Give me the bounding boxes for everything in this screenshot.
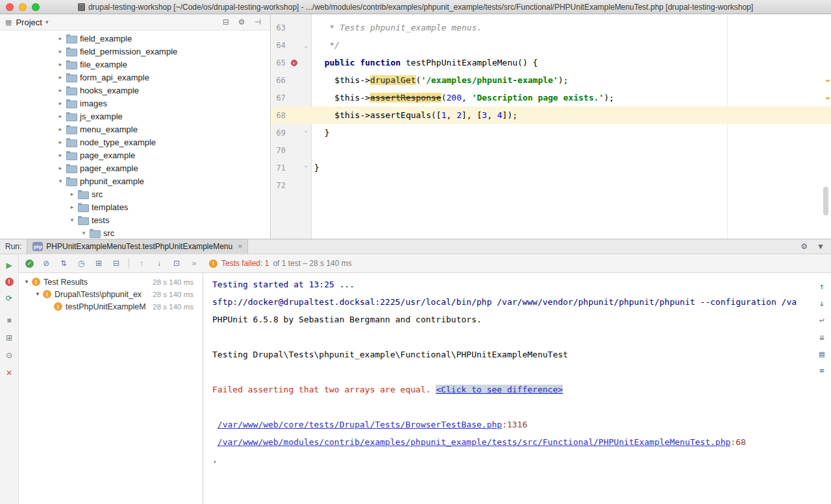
chevron-right-icon[interactable]: ▸ xyxy=(56,139,65,145)
scroll-down-button[interactable]: ↓ xyxy=(817,298,827,308)
warning-stripe-mark[interactable] xyxy=(826,80,830,82)
chevron-right-icon[interactable]: ▸ xyxy=(56,152,65,158)
pin-button[interactable]: ⊙ xyxy=(4,350,14,361)
project-item-src[interactable]: ▸src xyxy=(0,187,270,200)
line-number[interactable]: 72 xyxy=(271,181,288,190)
minimize-window-button[interactable] xyxy=(19,3,27,11)
rerun-failed-test-gutter-icon[interactable]: ▸ xyxy=(288,60,301,66)
project-item-tests[interactable]: ▾tests xyxy=(0,213,270,226)
project-item-page_example[interactable]: ▸page_example xyxy=(0,149,270,162)
editor[interactable]: 63 * Tests phpunit_example menus.64⌄ */6… xyxy=(271,14,831,239)
chevron-right-icon[interactable]: ▸ xyxy=(56,35,65,42)
scroll-to-end-button[interactable]: ⇊ xyxy=(817,331,827,342)
chevron-right-icon[interactable]: ▸ xyxy=(68,204,77,210)
line-number[interactable]: 71 xyxy=(271,163,288,173)
project-item-form_api_example[interactable]: ▸form_api_example xyxy=(0,71,270,84)
chevron-right-icon[interactable]: ▸ xyxy=(56,165,65,171)
console-link[interactable]: <Click to see difference> xyxy=(436,385,563,394)
rerun-button[interactable]: ▶ xyxy=(4,260,14,270)
chevron-right-icon[interactable]: ▸ xyxy=(68,191,77,197)
test-tree-item[interactable]: !testPhpUnitExampleM28 s 140 ms xyxy=(19,300,203,313)
soft-wrap-button[interactable]: ↩ xyxy=(817,315,827,325)
code-line-69: 69⌃ } xyxy=(271,124,831,141)
chevron-right-icon[interactable]: ▸ xyxy=(56,48,65,54)
console-link[interactable]: /var/www/web/core/tests/Drupal/Tests/Bro… xyxy=(217,420,502,429)
line-number[interactable]: 63 xyxy=(271,23,288,32)
chevron-right-icon[interactable]: ▸ xyxy=(56,113,65,119)
collapse-all-icon[interactable]: ⊟ xyxy=(223,18,229,27)
expand-all-button[interactable]: ⊞ xyxy=(93,259,104,268)
chevron-down-icon[interactable]: ▼ xyxy=(21,279,32,285)
import-results-button[interactable]: ⊡ xyxy=(171,259,182,268)
hide-panel-icon[interactable]: ⊣ xyxy=(254,18,261,27)
chevron-down-icon[interactable]: ▾ xyxy=(56,178,65,184)
project-item-js_example[interactable]: ▸js_example xyxy=(0,110,270,123)
sort-by-duration-button[interactable]: ◷ xyxy=(76,259,86,268)
fold-up-icon[interactable]: ⌃ xyxy=(301,130,312,136)
run-configuration-tab[interactable]: php PHPUnitExampleMenuTest.testPhpUnitEx… xyxy=(27,239,248,254)
scroll-up-button[interactable]: ↑ xyxy=(817,281,827,291)
print-button[interactable]: ▤ xyxy=(817,348,827,359)
autotest-button[interactable]: ⟳ xyxy=(4,293,14,304)
stop-button[interactable]: ■ xyxy=(4,315,14,326)
settings-gear-icon[interactable]: ⚙ xyxy=(800,242,808,251)
line-number[interactable]: 69 xyxy=(271,128,288,138)
line-number[interactable]: 66 xyxy=(271,76,288,85)
line-number[interactable]: 64 xyxy=(271,41,288,50)
project-item-field_example[interactable]: ▸field_example xyxy=(0,32,270,45)
warning-stripe-mark[interactable] xyxy=(826,97,830,99)
line-number[interactable]: 68 xyxy=(271,111,288,120)
line-number[interactable]: 70 xyxy=(271,146,288,155)
project-item-phpunit_example[interactable]: ▾phpunit_example xyxy=(0,174,270,187)
chevron-down-icon[interactable]: ▾ xyxy=(68,217,77,223)
restore-layout-button[interactable]: ⊞ xyxy=(4,333,14,343)
close-button[interactable]: ✕ xyxy=(4,368,14,378)
next-failed-button[interactable]: ↓ xyxy=(154,259,164,268)
project-item-node_type_example[interactable]: ▸node_type_example xyxy=(0,136,270,149)
more-button[interactable]: » xyxy=(189,259,199,268)
chevron-down-icon[interactable]: ▾ xyxy=(79,230,88,236)
rerun-failed-button[interactable]: ! xyxy=(5,278,14,286)
clear-console-button[interactable]: ⌧ xyxy=(817,365,827,376)
test-tree-item[interactable]: ▼!Test Results28 s 140 ms xyxy=(19,276,203,288)
project-item-label: tests xyxy=(92,215,109,225)
chevron-down-icon[interactable]: ▾ xyxy=(45,19,49,25)
project-item-src[interactable]: ▾src xyxy=(0,226,270,239)
console-link[interactable]: /var/www/web/modules/contrib/examples/ph… xyxy=(217,437,731,447)
fold-down-icon[interactable]: ⌄ xyxy=(301,42,312,49)
fold-up-icon[interactable]: ⌃ xyxy=(301,165,312,171)
zoom-window-button[interactable] xyxy=(32,3,40,11)
project-item-file_example[interactable]: ▸file_example xyxy=(0,58,270,71)
console[interactable]: Testing started at 13:25 ...sftp://docke… xyxy=(203,273,831,504)
sort-alphabetically-button[interactable]: ⇅ xyxy=(58,259,69,268)
line-number[interactable]: 67 xyxy=(271,93,288,102)
project-item-field_permission_example[interactable]: ▸field_permission_example xyxy=(0,45,270,58)
chevron-right-icon[interactable]: ▸ xyxy=(56,100,65,106)
test-tree-item[interactable]: ▼!Drupal\Tests\phpunit_ex28 s 140 ms xyxy=(19,288,203,300)
project-item-pager_example[interactable]: ▸pager_example xyxy=(0,162,270,174)
project-item-templates[interactable]: ▸templates xyxy=(0,200,270,213)
chevron-right-icon[interactable]: ▸ xyxy=(56,74,65,80)
project-item-menu_example[interactable]: ▸menu_example xyxy=(0,123,270,136)
settings-gear-icon[interactable]: ⚙ xyxy=(238,18,245,27)
collapse-all-button[interactable]: ⊟ xyxy=(111,259,121,268)
chevron-right-icon[interactable]: ▸ xyxy=(56,126,65,132)
project-item-hooks_example[interactable]: ▸hooks_example xyxy=(0,84,270,97)
close-window-button[interactable] xyxy=(6,3,14,11)
hide-panel-icon[interactable]: ▼ xyxy=(817,242,825,251)
chevron-right-icon[interactable]: ▸ xyxy=(56,87,65,93)
chevron-down-icon[interactable]: ▼ xyxy=(32,291,43,297)
project-item-images[interactable]: ▸images xyxy=(0,97,270,110)
project-item-label: field_example xyxy=(80,34,132,43)
project-item-label: menu_example xyxy=(80,125,138,134)
line-number[interactable]: 65 xyxy=(271,58,288,67)
show-passed-button[interactable]: ✓ xyxy=(25,259,34,268)
folder-icon xyxy=(66,112,76,120)
project-panel-title[interactable]: Project xyxy=(16,18,42,27)
chevron-right-icon[interactable]: ▸ xyxy=(56,61,65,67)
close-tab-icon[interactable]: × xyxy=(238,242,242,251)
show-ignored-button[interactable]: ⊘ xyxy=(41,259,51,268)
project-tree: ▸field_example▸field_permission_example▸… xyxy=(0,30,270,239)
previous-failed-button[interactable]: ↑ xyxy=(136,259,147,268)
editor-scrollbar-thumb[interactable] xyxy=(823,187,828,215)
